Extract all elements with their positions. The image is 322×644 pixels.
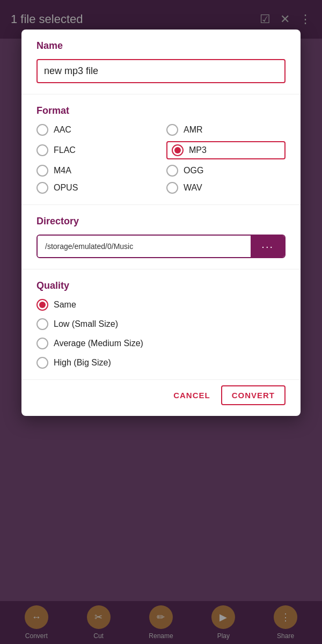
directory-path-input[interactable] (38, 236, 251, 257)
format-option-aac[interactable]: AAC (36, 124, 156, 136)
format-label-m4a: M4A (54, 166, 71, 175)
quality-option-high[interactable]: High (Big Size) (36, 357, 286, 369)
format-option-m4a[interactable]: M4A (36, 165, 156, 177)
quality-label-low: Low (Small Size) (54, 319, 118, 329)
format-label-flac: FLAC (54, 145, 76, 155)
dots-icon: ··· (261, 240, 274, 253)
quality-option-low[interactable]: Low (Small Size) (36, 318, 286, 330)
radio-quality-same (36, 299, 48, 311)
quality-option-average[interactable]: Average (Medium Size) (36, 338, 286, 349)
name-section-title: Name (36, 40, 286, 52)
format-label-mp3: MP3 (189, 145, 207, 155)
format-option-flac[interactable]: FLAC (36, 141, 156, 159)
format-section-title: Format (36, 105, 286, 116)
radio-wav (166, 182, 178, 194)
quality-section: Quality Same Low (Small Size) Average (M… (21, 269, 301, 380)
radio-ogg (166, 165, 178, 177)
radio-amr (166, 124, 178, 136)
format-label-ogg: OGG (184, 166, 203, 175)
format-option-mp3[interactable]: MP3 (166, 141, 286, 159)
radio-mp3 (172, 144, 184, 156)
quality-list: Same Low (Small Size) Average (Medium Si… (36, 299, 286, 369)
name-input[interactable] (36, 59, 286, 83)
name-section: Name (21, 30, 301, 94)
radio-quality-low (36, 318, 48, 330)
quality-option-same[interactable]: Same (36, 299, 286, 311)
radio-opus (36, 182, 48, 194)
format-label-opus: OPUS (54, 183, 78, 193)
quality-label-high: High (Big Size) (54, 358, 111, 368)
format-section: Format AAC AMR FLAC (21, 94, 301, 205)
directory-section-title: Directory (36, 216, 286, 227)
directory-field: ··· (36, 235, 286, 258)
radio-flac (36, 144, 48, 156)
modal-overlay: Name Format AAC AMR FLAC (0, 0, 322, 644)
format-grid: AAC AMR FLAC MP3 (36, 124, 286, 194)
quality-label-same: Same (54, 300, 76, 310)
format-option-ogg[interactable]: OGG (166, 165, 286, 177)
radio-aac (36, 124, 48, 136)
modal-dialog: Name Format AAC AMR FLAC (21, 30, 301, 416)
quality-label-average: Average (Medium Size) (54, 339, 143, 348)
convert-button[interactable]: CONVERT (221, 385, 286, 405)
modal-footer: CANCEL CONVERT (21, 380, 301, 405)
radio-quality-average (36, 338, 48, 349)
radio-quality-high (36, 357, 48, 369)
format-label-wav: WAV (184, 183, 202, 193)
directory-section: Directory ··· (21, 205, 301, 269)
format-option-opus[interactable]: OPUS (36, 182, 156, 194)
format-option-amr[interactable]: AMR (166, 124, 286, 136)
quality-section-title: Quality (36, 280, 286, 291)
format-label-amr: AMR (184, 125, 203, 135)
radio-m4a (36, 165, 48, 177)
format-option-wav[interactable]: WAV (166, 182, 286, 194)
directory-browse-button[interactable]: ··· (251, 236, 284, 257)
format-label-aac: AAC (54, 125, 71, 135)
cancel-button[interactable]: CANCEL (173, 391, 210, 400)
